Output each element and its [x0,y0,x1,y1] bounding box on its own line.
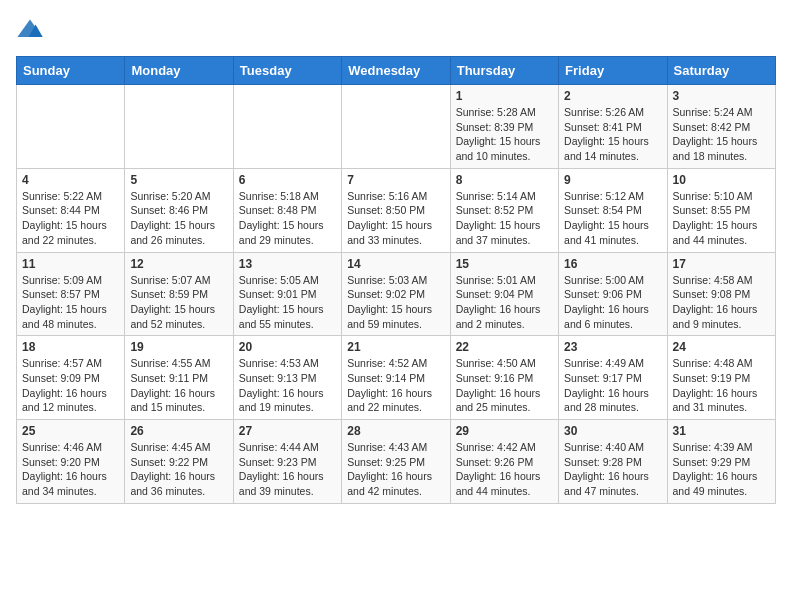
calendar-cell [125,85,233,169]
day-number: 31 [673,424,770,438]
day-info: Sunrise: 5:14 AMSunset: 8:52 PMDaylight:… [456,189,553,248]
calendar-week-row: 25Sunrise: 4:46 AMSunset: 9:20 PMDayligh… [17,420,776,504]
day-info: Sunrise: 4:55 AMSunset: 9:11 PMDaylight:… [130,356,227,415]
calendar-cell: 30Sunrise: 4:40 AMSunset: 9:28 PMDayligh… [559,420,667,504]
calendar-cell: 5Sunrise: 5:20 AMSunset: 8:46 PMDaylight… [125,168,233,252]
logo-icon [16,16,44,44]
day-info: Sunrise: 5:28 AMSunset: 8:39 PMDaylight:… [456,105,553,164]
calendar-header-row: SundayMondayTuesdayWednesdayThursdayFrid… [17,57,776,85]
calendar-cell: 24Sunrise: 4:48 AMSunset: 9:19 PMDayligh… [667,336,775,420]
calendar-cell: 16Sunrise: 5:00 AMSunset: 9:06 PMDayligh… [559,252,667,336]
calendar-cell: 25Sunrise: 4:46 AMSunset: 9:20 PMDayligh… [17,420,125,504]
day-number: 13 [239,257,336,271]
calendar-cell: 4Sunrise: 5:22 AMSunset: 8:44 PMDaylight… [17,168,125,252]
calendar-cell: 8Sunrise: 5:14 AMSunset: 8:52 PMDaylight… [450,168,558,252]
day-number: 10 [673,173,770,187]
day-info: Sunrise: 5:07 AMSunset: 8:59 PMDaylight:… [130,273,227,332]
calendar-cell: 21Sunrise: 4:52 AMSunset: 9:14 PMDayligh… [342,336,450,420]
calendar-cell: 26Sunrise: 4:45 AMSunset: 9:22 PMDayligh… [125,420,233,504]
calendar-cell: 20Sunrise: 4:53 AMSunset: 9:13 PMDayligh… [233,336,341,420]
day-info: Sunrise: 4:52 AMSunset: 9:14 PMDaylight:… [347,356,444,415]
day-info: Sunrise: 4:40 AMSunset: 9:28 PMDaylight:… [564,440,661,499]
day-info: Sunrise: 4:48 AMSunset: 9:19 PMDaylight:… [673,356,770,415]
day-info: Sunrise: 5:10 AMSunset: 8:55 PMDaylight:… [673,189,770,248]
calendar-cell: 15Sunrise: 5:01 AMSunset: 9:04 PMDayligh… [450,252,558,336]
weekday-header: Sunday [17,57,125,85]
day-info: Sunrise: 4:42 AMSunset: 9:26 PMDaylight:… [456,440,553,499]
weekday-header: Saturday [667,57,775,85]
day-number: 19 [130,340,227,354]
weekday-header: Friday [559,57,667,85]
calendar-cell: 14Sunrise: 5:03 AMSunset: 9:02 PMDayligh… [342,252,450,336]
calendar-cell: 9Sunrise: 5:12 AMSunset: 8:54 PMDaylight… [559,168,667,252]
day-number: 27 [239,424,336,438]
day-info: Sunrise: 4:44 AMSunset: 9:23 PMDaylight:… [239,440,336,499]
calendar-cell: 1Sunrise: 5:28 AMSunset: 8:39 PMDaylight… [450,85,558,169]
calendar-cell: 6Sunrise: 5:18 AMSunset: 8:48 PMDaylight… [233,168,341,252]
day-info: Sunrise: 5:01 AMSunset: 9:04 PMDaylight:… [456,273,553,332]
day-info: Sunrise: 4:49 AMSunset: 9:17 PMDaylight:… [564,356,661,415]
calendar-cell: 22Sunrise: 4:50 AMSunset: 9:16 PMDayligh… [450,336,558,420]
day-number: 17 [673,257,770,271]
day-info: Sunrise: 4:43 AMSunset: 9:25 PMDaylight:… [347,440,444,499]
day-info: Sunrise: 4:39 AMSunset: 9:29 PMDaylight:… [673,440,770,499]
page-header [16,16,776,44]
day-info: Sunrise: 4:46 AMSunset: 9:20 PMDaylight:… [22,440,119,499]
calendar-cell: 11Sunrise: 5:09 AMSunset: 8:57 PMDayligh… [17,252,125,336]
weekday-header: Wednesday [342,57,450,85]
day-info: Sunrise: 5:00 AMSunset: 9:06 PMDaylight:… [564,273,661,332]
calendar-cell [233,85,341,169]
day-info: Sunrise: 5:26 AMSunset: 8:41 PMDaylight:… [564,105,661,164]
calendar-cell: 7Sunrise: 5:16 AMSunset: 8:50 PMDaylight… [342,168,450,252]
weekday-header: Monday [125,57,233,85]
calendar-cell: 12Sunrise: 5:07 AMSunset: 8:59 PMDayligh… [125,252,233,336]
day-number: 11 [22,257,119,271]
day-number: 15 [456,257,553,271]
calendar-week-row: 18Sunrise: 4:57 AMSunset: 9:09 PMDayligh… [17,336,776,420]
calendar-week-row: 11Sunrise: 5:09 AMSunset: 8:57 PMDayligh… [17,252,776,336]
day-number: 26 [130,424,227,438]
calendar-cell: 13Sunrise: 5:05 AMSunset: 9:01 PMDayligh… [233,252,341,336]
day-info: Sunrise: 5:12 AMSunset: 8:54 PMDaylight:… [564,189,661,248]
weekday-header: Thursday [450,57,558,85]
calendar-cell: 18Sunrise: 4:57 AMSunset: 9:09 PMDayligh… [17,336,125,420]
day-number: 1 [456,89,553,103]
calendar-table: SundayMondayTuesdayWednesdayThursdayFrid… [16,56,776,504]
day-number: 21 [347,340,444,354]
day-number: 8 [456,173,553,187]
day-number: 22 [456,340,553,354]
day-number: 4 [22,173,119,187]
day-number: 14 [347,257,444,271]
day-number: 29 [456,424,553,438]
calendar-cell: 29Sunrise: 4:42 AMSunset: 9:26 PMDayligh… [450,420,558,504]
calendar-week-row: 4Sunrise: 5:22 AMSunset: 8:44 PMDaylight… [17,168,776,252]
calendar-week-row: 1Sunrise: 5:28 AMSunset: 8:39 PMDaylight… [17,85,776,169]
calendar-cell: 27Sunrise: 4:44 AMSunset: 9:23 PMDayligh… [233,420,341,504]
day-number: 16 [564,257,661,271]
day-number: 20 [239,340,336,354]
day-number: 28 [347,424,444,438]
calendar-cell [342,85,450,169]
day-info: Sunrise: 4:57 AMSunset: 9:09 PMDaylight:… [22,356,119,415]
calendar-cell: 19Sunrise: 4:55 AMSunset: 9:11 PMDayligh… [125,336,233,420]
weekday-header: Tuesday [233,57,341,85]
calendar-cell: 10Sunrise: 5:10 AMSunset: 8:55 PMDayligh… [667,168,775,252]
day-info: Sunrise: 5:20 AMSunset: 8:46 PMDaylight:… [130,189,227,248]
day-info: Sunrise: 4:53 AMSunset: 9:13 PMDaylight:… [239,356,336,415]
logo [16,16,46,44]
day-info: Sunrise: 5:22 AMSunset: 8:44 PMDaylight:… [22,189,119,248]
calendar-cell: 2Sunrise: 5:26 AMSunset: 8:41 PMDaylight… [559,85,667,169]
day-number: 3 [673,89,770,103]
day-number: 24 [673,340,770,354]
day-number: 6 [239,173,336,187]
day-number: 7 [347,173,444,187]
day-number: 30 [564,424,661,438]
day-info: Sunrise: 5:24 AMSunset: 8:42 PMDaylight:… [673,105,770,164]
day-number: 2 [564,89,661,103]
day-number: 9 [564,173,661,187]
day-info: Sunrise: 4:50 AMSunset: 9:16 PMDaylight:… [456,356,553,415]
calendar-cell: 23Sunrise: 4:49 AMSunset: 9:17 PMDayligh… [559,336,667,420]
day-number: 23 [564,340,661,354]
day-info: Sunrise: 5:05 AMSunset: 9:01 PMDaylight:… [239,273,336,332]
day-number: 5 [130,173,227,187]
